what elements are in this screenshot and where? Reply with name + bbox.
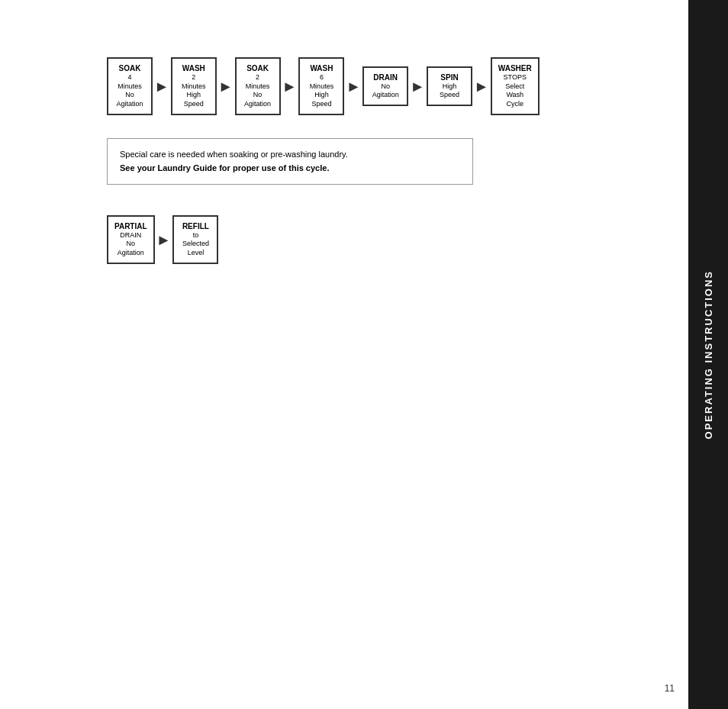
main-content: SOAK 4 Minutes No Agitation ► WASH 2 Min… [0, 0, 688, 709]
arrow-6: ► [474, 79, 489, 94]
flow-row-1: SOAK 4 Minutes No Agitation ► WASH 2 Min… [107, 57, 673, 115]
sidebar: OPERATING INSTRUCTIONS [688, 0, 728, 709]
step-washer-stops: WASHER STOPS Select Wash Cycle [491, 57, 540, 115]
page-number: 11 [665, 683, 675, 694]
step-soak-1: SOAK 4 Minutes No Agitation [107, 57, 153, 115]
step-drain: DRAIN No Agitation [362, 66, 408, 106]
arrow-4: ► [346, 79, 361, 94]
info-text-normal: Special care is needed when soaking or p… [120, 148, 460, 161]
step-spin: SPIN High Speed [427, 66, 472, 106]
step-refill: REFILL to Selected Level [172, 215, 218, 264]
step-wash-1: WASH 2 Minutes High Speed [171, 57, 217, 115]
arrow-3: ► [282, 79, 298, 94]
sidebar-label: OPERATING INSTRUCTIONS [703, 270, 714, 439]
flow-row-2: PARTIAL DRAIN No Agitation ► REFILL to S… [107, 215, 673, 264]
step-wash-2: WASH 6 Minutes High Speed [298, 57, 344, 115]
arrow-2: ► [218, 79, 234, 94]
arrow-5: ► [410, 79, 425, 94]
arrow-1: ► [154, 79, 169, 94]
arrow-7: ► [156, 232, 172, 247]
info-box: Special care is needed when soaking or p… [107, 138, 473, 185]
page-container: SOAK 4 Minutes No Agitation ► WASH 2 Min… [0, 0, 728, 709]
info-text-bold: See your Laundry Guide for proper use of… [120, 162, 460, 175]
step-soak-2: SOAK 2 Minutes No Agitation [235, 57, 281, 115]
step-partial-drain: PARTIAL DRAIN No Agitation [107, 215, 155, 264]
